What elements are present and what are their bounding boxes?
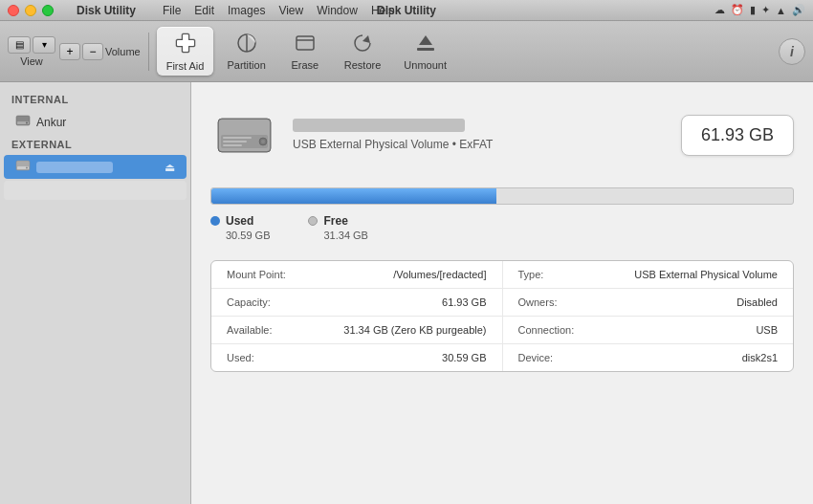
info-row-3: Available: 31.34 GB (Zero KB purgeable) … <box>211 317 793 344</box>
info-row-2: Capacity: 61.93 GB Owners: Disabled <box>211 289 793 317</box>
mount-point-key: Mount Point: <box>227 269 286 280</box>
used-value: 30.59 GB <box>210 230 270 241</box>
erase-button[interactable]: Erase <box>279 28 331 75</box>
info-button[interactable]: i <box>779 38 805 65</box>
mount-point-val: /Volumes/[redacted] <box>393 269 486 280</box>
used-label: Used <box>226 214 253 228</box>
disk-drive-icon <box>210 101 277 168</box>
used-dot <box>210 216 220 226</box>
info-icon: i <box>790 44 794 59</box>
svg-rect-6 <box>297 36 314 50</box>
clock-icon: ⏰ <box>731 4 744 16</box>
available-key: Available: <box>227 324 273 336</box>
mount-point-cell: Mount Point: /Volumes/[redacted] <box>211 261 503 288</box>
sidebar-item-external-disk[interactable]: ⏏ <box>4 155 187 179</box>
first-aid-icon <box>173 31 198 58</box>
restore-button[interactable]: Restore <box>335 28 391 75</box>
view-label: View <box>20 55 43 67</box>
view-controls: ▤ ▾ <box>8 36 55 54</box>
restore-label: Restore <box>344 59 382 71</box>
used-legend: Used 30.59 GB <box>210 214 270 241</box>
svg-rect-21 <box>223 137 252 139</box>
sidebar-sub-item <box>4 181 187 200</box>
maximize-button[interactable] <box>42 5 54 16</box>
owners-cell: Owners: Disabled <box>503 289 794 316</box>
content-area: USB External Physical Volume • ExFAT 61.… <box>191 82 813 504</box>
view-list-button[interactable]: ▤ <box>8 36 31 54</box>
menu-window[interactable]: Window <box>317 4 358 17</box>
toolbar: ▤ ▾ View + − Volume First Aid Partition <box>0 21 813 82</box>
unmount-icon <box>414 32 437 57</box>
connection-cell: Connection: USB <box>503 317 794 343</box>
main-layout: Internal Ankur External ⏏ <box>0 82 813 504</box>
device-cell: Device: disk2s1 <box>503 344 794 371</box>
eject-icon[interactable]: ⏏ <box>165 161 175 174</box>
usage-legend: Used 30.59 GB Free 31.34 GB <box>210 214 794 241</box>
external-disk-icon <box>15 159 31 175</box>
menu-images[interactable]: Images <box>228 4 265 17</box>
external-disk-name-blur <box>36 162 113 173</box>
usage-bar <box>210 187 794 205</box>
volume-icon: 🔊 <box>792 4 805 16</box>
svg-rect-23 <box>223 144 242 146</box>
restore-icon <box>351 32 374 57</box>
sidebar: Internal Ankur External ⏏ <box>0 82 191 504</box>
disk-size-badge: 61.93 GB <box>681 115 794 156</box>
view-toggle-button[interactable]: ▾ <box>33 36 55 54</box>
info-row-1: Mount Point: /Volumes/[redacted] Type: U… <box>211 261 793 289</box>
free-value: 31.34 GB <box>308 230 367 241</box>
owners-val: Disabled <box>736 296 778 308</box>
menu-file[interactable]: File <box>163 4 181 17</box>
free-dot <box>308 216 318 226</box>
internal-disk-label: Ankur <box>36 116 66 129</box>
menu-help[interactable]: Help <box>371 4 395 17</box>
capacity-val: 61.93 GB <box>442 296 486 308</box>
internal-disk-icon <box>15 114 31 130</box>
volume-group: + − Volume <box>59 43 141 60</box>
add-volume-button[interactable]: + <box>59 43 80 60</box>
type-key: Type: <box>518 269 544 280</box>
sidebar-item-internal-disk[interactable]: Ankur <box>4 110 187 134</box>
used-header: Used <box>210 214 270 228</box>
menu-bar: Disk Utility File Edit Images View Windo… <box>0 0 813 21</box>
first-aid-button[interactable]: First Aid <box>157 27 214 76</box>
device-val: disk2s1 <box>742 352 778 363</box>
bluetooth-icon: ✦ <box>761 4 770 16</box>
svg-rect-8 <box>417 48 434 51</box>
view-group: ▤ ▾ View <box>8 36 55 67</box>
external-section-header: External <box>0 135 190 154</box>
menu-view[interactable]: View <box>278 4 303 17</box>
usage-section: Used 30.59 GB Free 31.34 GB <box>210 187 794 241</box>
app-name: Disk Utility <box>77 4 136 17</box>
svg-rect-3 <box>183 34 188 52</box>
minimize-button[interactable] <box>25 5 36 16</box>
disk-info: USB External Physical Volume • ExFAT <box>293 119 493 151</box>
connection-key: Connection: <box>518 324 575 336</box>
cloud-icon: ☁ <box>714 4 725 16</box>
owners-key: Owners: <box>518 296 558 308</box>
usage-bar-fill <box>211 188 496 204</box>
partition-button[interactable]: Partition <box>217 28 275 75</box>
volume-label: Volume <box>105 46 141 57</box>
internal-section-header: Internal <box>0 90 190 109</box>
disk-name-blur <box>293 119 465 132</box>
capacity-cell: Capacity: 61.93 GB <box>211 289 503 316</box>
erase-icon <box>294 32 317 57</box>
info-table: Mount Point: /Volumes/[redacted] Type: U… <box>210 260 794 372</box>
wifi-icon: ▲ <box>776 5 786 16</box>
unmount-button[interactable]: Unmount <box>394 28 456 75</box>
traffic-lights[interactable] <box>8 5 54 16</box>
close-button[interactable] <box>8 5 19 16</box>
system-icons: ☁ ⏰ ▮ ✦ ▲ 🔊 <box>714 4 805 16</box>
available-cell: Available: 31.34 GB (Zero KB purgeable) <box>211 317 503 343</box>
menu-edit[interactable]: Edit <box>194 4 214 17</box>
free-legend: Free 31.34 GB <box>308 214 367 241</box>
remove-volume-button[interactable]: − <box>82 43 103 60</box>
disk-header: USB External Physical Volume • ExFAT 61.… <box>210 101 794 168</box>
type-cell: Type: USB External Physical Volume <box>503 261 794 288</box>
capacity-key: Capacity: <box>227 296 271 308</box>
menu-bar-items: File Edit Images View Window Help <box>163 4 395 17</box>
battery-icon: ▮ <box>750 4 756 16</box>
device-key: Device: <box>518 352 554 363</box>
svg-point-15 <box>26 167 28 169</box>
